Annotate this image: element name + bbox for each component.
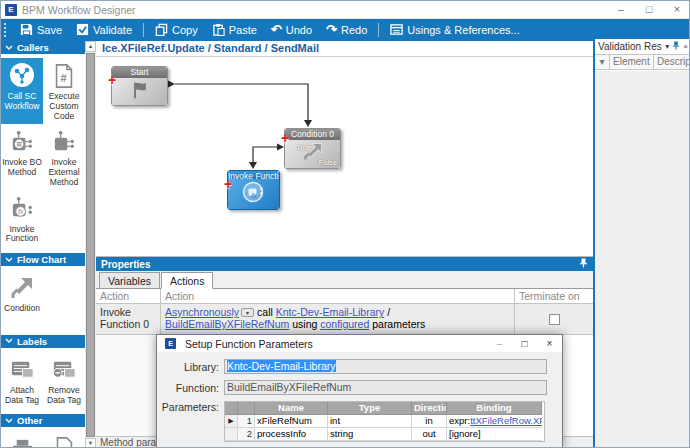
maximize-icon[interactable]: □ — [635, 1, 663, 18]
undo-icon: ↶ — [271, 24, 282, 36]
param-type-cell: string — [328, 428, 412, 441]
binding-prefix: expr: — [449, 415, 470, 426]
usings-references-button[interactable]: Usings & References... — [383, 19, 527, 41]
toolbar-grip[interactable] — [4, 23, 8, 37]
breadcrumb: Ice.XFileRef.Update / Standard / SendMai… — [96, 41, 593, 57]
palette-item-label: Invoke Function — [2, 225, 42, 245]
param-row[interactable]: 2 processInfo string out [ignore] — [225, 428, 544, 441]
panel-close-icon[interactable]: × — [683, 42, 688, 51]
dialog-close-icon[interactable]: × — [537, 336, 562, 352]
palette-item-label: Condition — [2, 304, 42, 314]
copy-button[interactable]: Copy — [148, 19, 205, 41]
mode-dropdown-icon[interactable]: ▾ — [241, 308, 254, 317]
palette-item-invoke-external-method[interactable]: Invoke External Method — [43, 124, 85, 190]
add-connection-handle[interactable]: + — [224, 178, 232, 190]
undo-button[interactable]: ↶ Undo — [264, 19, 319, 41]
properties-tabs: Variables Actions — [96, 271, 593, 289]
window-titlebar: E BPM Workflow Designer – □ × — [1, 1, 690, 19]
remove-data-tag-icon — [50, 356, 78, 384]
close-icon[interactable]: × — [663, 1, 690, 18]
column-header-description: Descripti — [654, 55, 690, 69]
palette-item-attach-data-tag[interactable]: Attach Data Tag — [1, 352, 43, 409]
library-link[interactable]: Kntc-Dev-Email-Library — [276, 306, 385, 318]
section-title: Callers — [17, 42, 49, 53]
panel-dropdown-icon[interactable]: ▾ — [665, 42, 669, 51]
palette-item-auto-print[interactable]: Auto Print — [1, 431, 43, 448]
binding-value: [ignore] — [449, 428, 481, 439]
param-binding-cell[interactable]: expr:ttXFileRefRow.XFileRefN — [447, 415, 542, 428]
palette-item-call-sc-workflow[interactable]: Call SC Workflow — [1, 58, 43, 124]
filter-dropdown-icon[interactable]: ▾ — [595, 55, 610, 69]
paste-label: Paste — [229, 24, 257, 36]
connector-start-to-condition[interactable] — [168, 81, 312, 128]
auto-print-icon — [8, 435, 36, 448]
palette-item-execute-custom-code[interactable]: # Execute Custom Code — [43, 58, 85, 124]
column-header-action-name: Action Name — [96, 289, 161, 304]
pin-icon[interactable] — [579, 258, 588, 270]
node-start[interactable]: Start + — [111, 66, 168, 106]
copy-label: Copy — [172, 24, 198, 36]
panel-pin-icon[interactable] — [672, 41, 680, 52]
add-connection-handle[interactable]: + — [108, 74, 116, 86]
palette-item-invoke-function[interactable]: fx Invoke Function — [1, 191, 43, 248]
column-header-terminate-on-error: Terminate on Error — [515, 289, 593, 304]
section-header-other[interactable]: Other — [1, 414, 85, 427]
scroll-down-icon[interactable]: ▼ — [85, 438, 96, 448]
asynchronously-link[interactable]: Asynchronously — [165, 306, 239, 318]
node-condition-0[interactable]: Condition 0 True False + — [284, 128, 341, 169]
section-header-callers[interactable]: Callers — [1, 41, 85, 54]
function-link[interactable]: BuildEmailByXFileRefNum — [165, 318, 289, 330]
configured-link[interactable]: configured — [320, 318, 369, 330]
redo-button[interactable]: ↷ Redo — [319, 19, 374, 41]
svg-text:fx: fx — [251, 192, 257, 199]
connector-condition-to-invoke-function[interactable] — [249, 144, 284, 170]
main-toolbar: Save Validate Copy Paste ↶ Undo ↷ Redo U… — [1, 19, 690, 41]
workflow-canvas[interactable]: Start + Condition 0 True False + Invoke … — [96, 57, 593, 256]
function-field: BuildEmailByXFileRefNum — [224, 380, 547, 395]
dialog-maximize-icon[interactable]: □ — [512, 336, 537, 352]
validate-icon — [76, 23, 89, 38]
terminate-on-error-checkbox[interactable] — [549, 314, 560, 325]
invoke-function-icon: fx — [8, 195, 36, 223]
dialog-title: Setup Function Parameters — [185, 338, 313, 350]
param-column-binding: Binding — [447, 402, 542, 415]
paste-button[interactable]: Paste — [205, 19, 264, 41]
function-icon: fx — [241, 179, 267, 209]
library-field[interactable]: Kntc-Dev-Email-Library — [224, 359, 547, 374]
copy-icon — [155, 23, 168, 38]
palette-item-label: Call SC Workflow — [2, 92, 42, 112]
validation-results-panel: Validation Resu... ▾ × ▾ Element Descrip… — [593, 39, 690, 448]
scrollbar-thumb[interactable] — [86, 53, 95, 437]
palette-item-condition[interactable]: Condition — [1, 270, 43, 317]
tab-actions[interactable]: Actions — [161, 272, 213, 289]
dialog-minimize-icon[interactable]: – — [487, 336, 512, 352]
action-text: / — [384, 306, 390, 318]
palette-item-invoke-bo-method[interactable]: Invoke BO Method — [1, 124, 43, 190]
palette-item-log-message[interactable]: LOG Log Message — [43, 431, 85, 448]
validation-panel-title: Validation Resu... — [598, 41, 662, 52]
usings-references-label: Usings & References... — [407, 24, 520, 36]
scroll-up-icon[interactable]: ▲ — [85, 41, 96, 52]
row-selector-icon[interactable]: ▶ — [225, 415, 238, 428]
section-header-labels[interactable]: Labels — [1, 335, 85, 348]
dialog-titlebar[interactable]: E Setup Function Parameters – □ × — [157, 335, 562, 352]
param-column-direction: Direction — [412, 402, 447, 415]
tab-variables[interactable]: Variables — [99, 272, 160, 288]
node-invoke-function-0[interactable]: Invoke Function 0 fx + — [227, 170, 280, 210]
palette-item-remove-data-tag[interactable]: Remove Data Tag — [43, 352, 85, 409]
terminate-cell — [515, 304, 593, 335]
save-button[interactable]: Save — [13, 19, 69, 41]
section-header-flow-chart[interactable]: Flow Chart — [1, 253, 85, 266]
palette-scrollbar[interactable]: ▲ ▼ — [85, 41, 96, 448]
add-connection-handle[interactable]: + — [281, 132, 289, 144]
param-binding-cell[interactable]: [ignore] — [447, 428, 542, 441]
palette-item-label: Invoke External Method — [44, 158, 84, 187]
param-row[interactable]: ▶ 1 xFileRefNum int in expr:ttXFileRefRo… — [225, 415, 544, 428]
table-row[interactable]: Invoke Function 0 Asynchronously▾ call K… — [96, 304, 593, 335]
action-text: parameters — [369, 318, 425, 330]
minimize-icon[interactable]: – — [607, 1, 635, 18]
validate-button[interactable]: Validate — [69, 19, 139, 41]
condition-icon — [8, 274, 36, 302]
binding-link[interactable]: ttXFileRefRow.XFileRefN — [470, 415, 542, 426]
app-logo-icon: E — [165, 338, 176, 349]
